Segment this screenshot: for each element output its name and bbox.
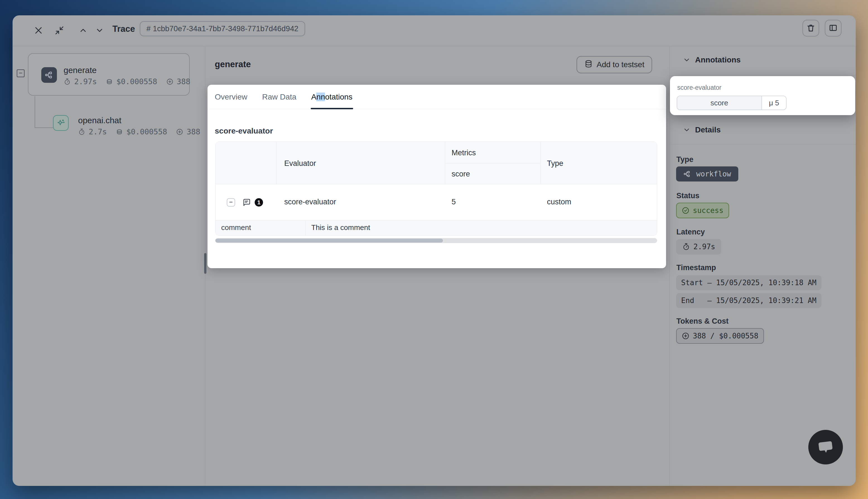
annotation-evaluator-label: score-evaluator [677,84,722,92]
table-row: 1 score-evaluator 5 custom [216,184,657,220]
panel-layout-icon [829,23,837,33]
span-title: generate [215,59,251,70]
table-header: Evaluator Metrics score Type [216,142,657,184]
side-panel-toggle-button[interactable] [825,20,842,37]
check-circle-icon [682,207,689,215]
page-title: Trace [112,24,135,34]
metric-value-button[interactable]: μ 5 [762,96,786,110]
tokens-cost-label: Tokens & Cost [676,317,728,326]
chevron-down-icon [683,126,691,134]
type-badge: workflow [676,167,738,182]
column-subheader-score: score [451,170,470,179]
latency-label: Latency [676,228,705,236]
chevron-down-icon [95,26,104,36]
comment-row: comment This is a comment [216,220,657,235]
timestamp-start-badge: Start – 15/05/2025, 10:39:18 AM [676,275,821,290]
tab-bar: Overview Raw Data Annotations [207,85,666,109]
annotations-section-header[interactable]: Annotations [683,56,740,64]
stopwatch-icon [64,78,71,85]
tree-connector [35,96,35,127]
next-trace-button[interactable] [93,15,106,46]
tree-collapse-toggle[interactable] [17,70,25,77]
minimize-icon [55,26,64,36]
header-divider [445,163,540,163]
minus-square-icon [19,71,23,76]
type-value: workflow [696,170,731,178]
scrollbar-thumb[interactable] [215,239,443,243]
workflow-icon [683,170,691,178]
coins-icon [106,78,113,85]
chat-bubble-icon [815,436,836,458]
tab-raw-data[interactable]: Raw Data [262,85,297,109]
topbar: Trace # 1cbb70e7-34a1-7bb7-3498-771b7d46… [13,15,856,46]
sidebar-resize-handle[interactable] [204,253,206,274]
node-name: generate [64,65,97,75]
annotation-popover: score-evaluator score μ 5 [670,76,855,115]
node-latency: 2.97s [74,77,97,86]
tab-label: Annotations [311,93,352,101]
tab-overview[interactable]: Overview [215,85,248,109]
page-background: Trace # 1cbb70e7-34a1-7bb7-3498-771b7d46… [0,0,868,499]
database-icon [584,60,593,70]
tokens-cost-badge: 388 / $0.000558 [676,328,764,344]
node-tokens: 388 [177,77,191,86]
timestamp-end-badge: End – 15/05/2025, 10:39:21 AM [676,293,821,308]
latency-badge: 2.97s [676,239,721,255]
add-to-testset-label: Add to testset [596,60,644,69]
tokens-cost-value: 388 / $0.000558 [693,332,758,340]
sparkles-icon [53,115,69,131]
plus-circle-icon [166,78,173,85]
chevron-down-icon [683,56,691,64]
plus-circle-icon [176,128,183,135]
metric-pill: score μ 5 [677,96,786,110]
details-section-header[interactable]: Details [683,125,721,134]
comment-icon [242,198,251,208]
details-sidebar: Annotations score-evaluator score μ 5 De… [670,47,856,486]
status-badge: success [676,203,729,218]
type-label: Type [676,155,694,164]
delete-trace-button[interactable] [803,20,819,37]
plus-circle-icon [682,332,689,340]
tree-connector [35,127,53,128]
close-button[interactable] [32,15,45,46]
comment-value: This is a comment [306,220,657,235]
comment-count-badge: 1 [255,198,263,207]
status-value: success [693,206,724,215]
timestamp-label: Timestamp [676,264,716,272]
prev-trace-button[interactable] [77,15,89,46]
comment-label: comment [216,220,306,235]
trace-drawer: Trace # 1cbb70e7-34a1-7bb7-3498-771b7d46… [13,15,856,486]
trash-icon [806,23,815,33]
status-label: Status [676,192,700,200]
add-to-testset-button[interactable]: Add to testset [577,56,652,73]
chevron-up-icon [79,26,87,36]
row-collapse-button[interactable] [227,198,235,207]
column-header-evaluator: Evaluator [284,159,316,168]
metric-name-button[interactable]: score [677,96,762,110]
coins-icon [116,128,123,135]
stopwatch-icon [78,128,85,135]
span-detail-card: Overview Raw Data Annotations score-eval… [207,85,666,268]
text-selection: nn [316,93,325,101]
stopwatch-icon [682,243,690,251]
trace-tree-sidebar: generate 2.97s $0.000558 388 openai.chat [13,47,205,486]
horizontal-scrollbar[interactable] [215,238,657,243]
node-latency: 2.7s [89,127,107,136]
annotations-section-label: Annotations [695,56,740,64]
tree-node-generate[interactable]: generate 2.97s $0.000558 388 [28,53,190,96]
cell-score: 5 [451,198,456,206]
tab-annotations[interactable]: Annotations [311,85,352,109]
workflow-icon [41,67,57,83]
minimize-button[interactable] [53,15,66,46]
node-stats: 2.7s $0.000558 388 [78,127,200,136]
latency-value: 2.97s [694,243,715,251]
column-header-type: Type [547,159,564,168]
node-cost: $0.000558 [116,77,157,86]
support-chat-button[interactable] [808,430,843,464]
node-name: openai.chat [78,116,121,125]
node-cost: $0.000558 [126,127,167,136]
node-stats: 2.97s $0.000558 388 [64,77,190,86]
annotations-table: Evaluator Metrics score Type [215,142,657,235]
cell-type: custom [547,198,571,206]
close-icon [34,26,43,36]
